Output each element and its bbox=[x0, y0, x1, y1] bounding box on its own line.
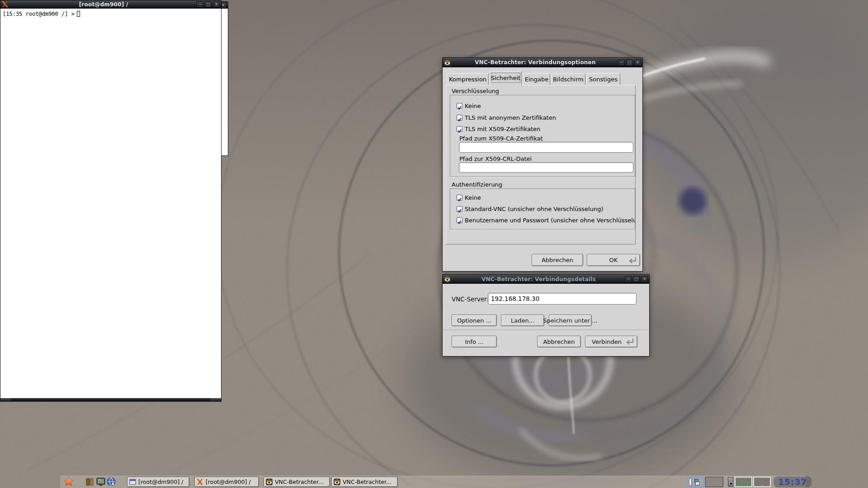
check-icon bbox=[457, 220, 462, 225]
checkbox-standard-vnc[interactable] bbox=[457, 206, 462, 212]
workspace-2[interactable] bbox=[705, 477, 723, 487]
options-button[interactable]: Optionen ... bbox=[452, 314, 497, 326]
close-icon[interactable]: × bbox=[641, 276, 648, 282]
terminal-monitor-icon[interactable] bbox=[96, 477, 106, 487]
options-button-label: Optionen ... bbox=[457, 317, 491, 324]
vnc-options-dialog[interactable]: VNC-Betrachter: Verbindungsoptionen − □ … bbox=[442, 57, 643, 272]
crl-path-input[interactable] bbox=[459, 162, 633, 173]
dialog-titlebar[interactable]: VNC-Betrachter: Verbindungsoptionen − □ … bbox=[443, 58, 642, 67]
dialog-title: VNC-Betrachter: Verbindungsoptionen bbox=[453, 59, 618, 66]
menu-star-icon[interactable] bbox=[64, 477, 74, 487]
minimize-icon[interactable]: − bbox=[618, 60, 625, 66]
vnc-eye-icon bbox=[334, 479, 340, 485]
enter-key-icon bbox=[624, 338, 635, 346]
minimize-icon[interactable]: − bbox=[625, 276, 632, 282]
checkbox-label[interactable]: TLS mit anonymen Zertifikaten bbox=[465, 115, 556, 121]
crl-path-label: Pfad zur X509-CRL-Datei bbox=[459, 155, 532, 162]
save-as-button-label: Speichern unter ... bbox=[543, 317, 597, 324]
connect-button[interactable]: Verbinden bbox=[585, 336, 637, 347]
terminal-cursor bbox=[77, 11, 80, 17]
tab-kompression[interactable]: Kompression bbox=[447, 73, 489, 85]
terminal-title: [root@dm900] / bbox=[10, 1, 197, 8]
close-icon[interactable]: × bbox=[213, 1, 220, 7]
browser-globe-icon[interactable] bbox=[106, 477, 116, 487]
checkbox-tls-anonym[interactable] bbox=[457, 115, 462, 121]
checkbox-keine[interactable] bbox=[457, 103, 462, 109]
checkbox-auth-keine[interactable] bbox=[457, 195, 462, 201]
cpu-graph[interactable] bbox=[735, 477, 752, 487]
checkbox-label[interactable]: Keine bbox=[465, 195, 481, 201]
cancel-button-label: Abbrechen bbox=[542, 257, 573, 263]
checkbox-label[interactable]: Benutzername und Passwort (unsicher ohne… bbox=[465, 217, 636, 224]
server-label: VNC-Server: bbox=[452, 296, 489, 303]
ca-path-label: Pfad zum X509-CA-Zertifikat bbox=[459, 135, 543, 142]
info-button[interactable]: Info ... bbox=[452, 336, 497, 347]
info-button-label: Info ... bbox=[465, 338, 483, 345]
vnc-eye-icon bbox=[444, 59, 451, 66]
server-input[interactable] bbox=[488, 293, 637, 305]
desktop: × [root@dm900] / − □ × [15:35 root@dm900… bbox=[0, 0, 868, 488]
close-icon[interactable]: × bbox=[634, 60, 641, 66]
connect-button-label: Verbinden bbox=[592, 338, 622, 345]
terminal-content[interactable]: [15:35 root@dm900 /] > bbox=[0, 9, 221, 398]
maximize-icon[interactable]: □ bbox=[633, 276, 640, 282]
divider bbox=[443, 330, 649, 331]
ok-button[interactable]: OK bbox=[587, 254, 640, 266]
resize-grip-right[interactable] bbox=[210, 398, 221, 401]
tab-bildschirm[interactable]: Bildschirm bbox=[551, 73, 585, 85]
taskbar: [root@dm900] / [root@dm900] / VNC-Betrac… bbox=[60, 476, 806, 488]
tray-applet[interactable] bbox=[728, 477, 733, 487]
graph-bar bbox=[746, 482, 747, 486]
checkbox-label[interactable]: TLS mit X509-Zertifikaten bbox=[465, 126, 540, 132]
minimize-icon[interactable]: − bbox=[197, 1, 203, 7]
graph-bar bbox=[743, 484, 744, 486]
file-manager-icon[interactable] bbox=[85, 477, 95, 487]
taskbar-window-terminal-2[interactable]: [root@dm900] / bbox=[194, 477, 259, 487]
cancel-button[interactable]: Abbrechen bbox=[532, 254, 583, 266]
checkbox-label[interactable]: Keine bbox=[465, 103, 481, 109]
checkbox-tls-x509[interactable] bbox=[457, 126, 462, 132]
maximize-icon[interactable]: □ bbox=[205, 1, 212, 7]
tab-sicherheit[interactable]: Sicherheit bbox=[490, 71, 522, 85]
check-icon bbox=[457, 128, 462, 133]
tab-sonstiges[interactable]: Sonstiges bbox=[586, 73, 620, 85]
tab-eingabe[interactable]: Eingabe bbox=[523, 73, 550, 85]
network-graph[interactable] bbox=[753, 477, 771, 487]
enter-key-icon bbox=[627, 256, 637, 264]
authentication-group: Keine Standard-VNC (unsicher ohne Versch… bbox=[450, 188, 635, 230]
maximize-icon[interactable]: □ bbox=[626, 60, 633, 66]
ca-path-input[interactable] bbox=[459, 142, 633, 153]
cancel-button[interactable]: Abbrechen bbox=[537, 336, 581, 347]
terminal-window[interactable]: [root@dm900] / − □ × [15:35 root@dm900 /… bbox=[0, 0, 222, 402]
taskbar-window-vnc-2[interactable]: VNC-Betrachter... bbox=[331, 477, 398, 487]
dialog-titlebar[interactable]: VNC-Betrachter: Verbindungsdetails − □ × bbox=[443, 275, 649, 284]
taskbar-window-terminal-1[interactable]: [root@dm900] / bbox=[127, 477, 189, 487]
graph-bar bbox=[741, 479, 742, 486]
checkbox-user-passwort[interactable] bbox=[457, 217, 462, 223]
dialog-title: VNC-Betrachter: Verbindungsdetails bbox=[453, 276, 625, 282]
taskbar-clock[interactable]: 15:37 bbox=[774, 476, 811, 488]
window-resize-bar[interactable] bbox=[0, 398, 221, 401]
checkbox-label[interactable]: Standard-VNC (unsicher ohne Verschlüssel… bbox=[465, 206, 603, 212]
taskbar-window-vnc-1[interactable]: VNC-Betrachter... bbox=[264, 477, 330, 487]
check-icon bbox=[457, 105, 462, 110]
save-as-button[interactable]: Speichern unter ... bbox=[549, 314, 592, 326]
graph-bar bbox=[737, 484, 738, 486]
mini-window bbox=[689, 478, 692, 486]
terminal-window-icon bbox=[129, 479, 136, 485]
load-button-label: Laden... bbox=[511, 317, 534, 324]
resize-grip-left[interactable] bbox=[0, 398, 11, 401]
ok-button-label: OK bbox=[609, 257, 618, 263]
authentication-legend: Authentifizierung bbox=[452, 181, 502, 188]
taskbar-window-label: [root@dm900] / bbox=[138, 479, 183, 485]
load-button[interactable]: Laden... bbox=[501, 314, 544, 326]
encryption-group: Keine TLS mit anonymen Zertifikaten TLS … bbox=[450, 95, 635, 177]
vnc-details-dialog[interactable]: VNC-Betrachter: Verbindungsdetails − □ ×… bbox=[442, 274, 650, 357]
graph-bar bbox=[739, 485, 740, 486]
mini-screen-icon bbox=[729, 482, 733, 485]
mini-window bbox=[695, 482, 700, 485]
terminal-titlebar[interactable]: [root@dm900] / − □ × bbox=[0, 0, 221, 9]
vnc-eye-icon bbox=[444, 276, 451, 282]
workspace-1-active[interactable] bbox=[687, 477, 704, 487]
check-icon bbox=[457, 117, 462, 122]
